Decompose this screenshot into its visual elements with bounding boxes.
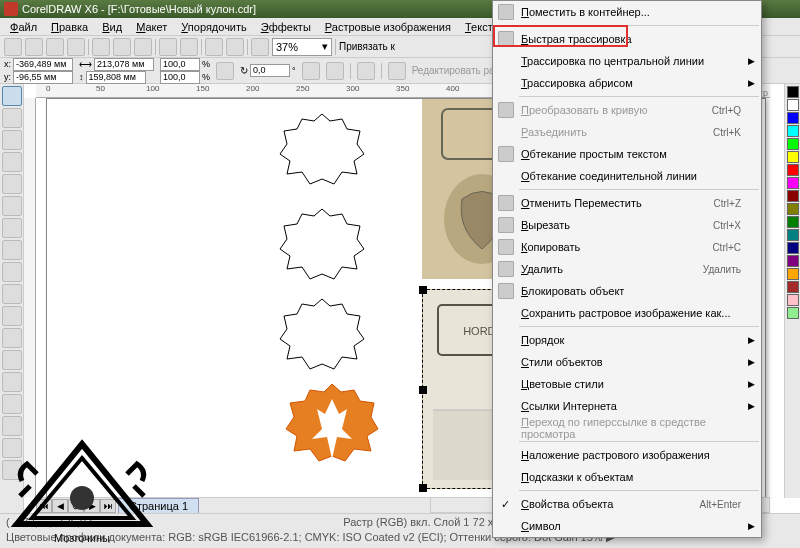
menu-item[interactable]: ВырезатьCtrl+X bbox=[493, 214, 761, 236]
app-icon bbox=[4, 2, 18, 16]
crest-outline-3[interactable] bbox=[272, 294, 372, 379]
shape-tool[interactable] bbox=[2, 108, 22, 128]
menu-item[interactable]: Блокировать объект bbox=[493, 280, 761, 302]
h-input[interactable]: 159,808 мм bbox=[86, 71, 146, 84]
color-swatch[interactable] bbox=[787, 86, 799, 98]
color-swatch[interactable] bbox=[787, 99, 799, 111]
color-swatch[interactable] bbox=[787, 138, 799, 150]
mirror-v-button[interactable] bbox=[326, 62, 344, 80]
menu-item[interactable]: КопироватьCtrl+C bbox=[493, 236, 761, 258]
import-button[interactable] bbox=[205, 38, 223, 56]
menu-item[interactable]: Быстрая трассировка bbox=[493, 28, 761, 50]
menu-item[interactable]: УдалитьУдалить bbox=[493, 258, 761, 280]
color-swatch[interactable] bbox=[787, 125, 799, 137]
outline-tool[interactable] bbox=[2, 416, 22, 436]
menu-упорядочить[interactable]: Упорядочить bbox=[175, 19, 252, 35]
color-swatch[interactable] bbox=[787, 151, 799, 163]
zoom-combo[interactable]: 37%▾ bbox=[272, 38, 332, 56]
text-tool[interactable] bbox=[2, 284, 22, 304]
color-swatch[interactable] bbox=[787, 268, 799, 280]
table-tool[interactable] bbox=[2, 306, 22, 326]
eyedropper-tool[interactable] bbox=[2, 394, 22, 414]
ellipse-tool[interactable] bbox=[2, 240, 22, 260]
menu-icon bbox=[498, 195, 514, 211]
menu-item[interactable]: Символ▶ bbox=[493, 515, 761, 537]
rectangle-tool[interactable] bbox=[2, 218, 22, 238]
menu-label: Отменить Переместить bbox=[521, 197, 642, 209]
menu-item[interactable]: Трассировка по центральной линии▶ bbox=[493, 50, 761, 72]
smart-fill-tool[interactable] bbox=[2, 196, 22, 216]
menu-файл[interactable]: Файл bbox=[4, 19, 43, 35]
menu-растровые изображения[interactable]: Растровые изображения bbox=[319, 19, 457, 35]
crop-tool[interactable] bbox=[2, 130, 22, 150]
color-swatch[interactable] bbox=[787, 203, 799, 215]
menu-вид[interactable]: Вид bbox=[96, 19, 128, 35]
menu-item[interactable]: ✓Свойства объектаAlt+Enter bbox=[493, 493, 761, 515]
sy-input[interactable]: 100,0 bbox=[160, 71, 200, 84]
color-swatch[interactable] bbox=[787, 281, 799, 293]
menu-label: Вырезать bbox=[521, 219, 570, 231]
new-button[interactable] bbox=[4, 38, 22, 56]
open-button[interactable] bbox=[25, 38, 43, 56]
menu-item[interactable]: Стили объектов▶ bbox=[493, 351, 761, 373]
menu-item[interactable]: Ссылки Интернета▶ bbox=[493, 395, 761, 417]
paste-button[interactable] bbox=[134, 38, 152, 56]
menu-item[interactable]: Отменить ПереместитьCtrl+Z bbox=[493, 192, 761, 214]
color-swatch[interactable] bbox=[787, 307, 799, 319]
color-swatch[interactable] bbox=[787, 164, 799, 176]
x-input[interactable]: -369,489 мм bbox=[13, 58, 73, 71]
color-swatch[interactable] bbox=[787, 229, 799, 241]
menu-правка[interactable]: Правка bbox=[45, 19, 94, 35]
w-input[interactable]: 213,078 мм bbox=[94, 58, 154, 71]
effects-tool[interactable] bbox=[2, 372, 22, 392]
handle-sw[interactable] bbox=[419, 484, 427, 492]
menu-icon bbox=[498, 146, 514, 162]
menu-label: Обтекание соединительной линии bbox=[521, 170, 697, 182]
crop-button[interactable] bbox=[357, 62, 375, 80]
copy-button[interactable] bbox=[113, 38, 131, 56]
menu-item[interactable]: Обтекание простым текстом bbox=[493, 143, 761, 165]
dimension-tool[interactable] bbox=[2, 328, 22, 348]
menu-item[interactable]: Цветовые стили▶ bbox=[493, 373, 761, 395]
color-swatch[interactable] bbox=[787, 112, 799, 124]
mirror-h-button[interactable] bbox=[302, 62, 320, 80]
pick-tool[interactable] bbox=[2, 86, 22, 106]
undo-button[interactable] bbox=[159, 38, 177, 56]
menu-item[interactable]: Подсказки к объектам bbox=[493, 466, 761, 488]
menu-item[interactable]: Обтекание соединительной линии bbox=[493, 165, 761, 187]
publish-button[interactable] bbox=[251, 38, 269, 56]
color-swatch[interactable] bbox=[787, 190, 799, 202]
cut-button[interactable] bbox=[92, 38, 110, 56]
menu-item[interactable]: Трассировка абрисом▶ bbox=[493, 72, 761, 94]
rotation-input[interactable]: 0,0 bbox=[250, 64, 290, 77]
handle-nw[interactable] bbox=[419, 286, 427, 294]
edit-bitmap-icon[interactable] bbox=[388, 62, 406, 80]
handle-w[interactable] bbox=[419, 386, 427, 394]
redo-button[interactable] bbox=[180, 38, 198, 56]
sx-input[interactable]: 100,0 bbox=[160, 58, 200, 71]
color-swatch[interactable] bbox=[787, 242, 799, 254]
print-button[interactable] bbox=[67, 38, 85, 56]
freehand-tool[interactable] bbox=[2, 174, 22, 194]
crest-filled[interactable] bbox=[277, 379, 387, 479]
menu-icon bbox=[498, 31, 514, 47]
crest-outline-1[interactable] bbox=[272, 109, 372, 194]
crest-outline-2[interactable] bbox=[272, 204, 372, 289]
color-swatch[interactable] bbox=[787, 255, 799, 267]
connector-tool[interactable] bbox=[2, 350, 22, 370]
menu-макет[interactable]: Макет bbox=[130, 19, 173, 35]
zoom-tool[interactable] bbox=[2, 152, 22, 172]
polygon-tool[interactable] bbox=[2, 262, 22, 282]
export-button[interactable] bbox=[226, 38, 244, 56]
color-swatch[interactable] bbox=[787, 177, 799, 189]
save-button[interactable] bbox=[46, 38, 64, 56]
lock-ratio-button[interactable] bbox=[216, 62, 234, 80]
menu-item[interactable]: Сохранить растровое изображение как... bbox=[493, 302, 761, 324]
y-input[interactable]: -96,55 мм bbox=[13, 71, 73, 84]
color-swatch[interactable] bbox=[787, 216, 799, 228]
menu-item[interactable]: Поместить в контейнер... bbox=[493, 1, 761, 23]
menu-item[interactable]: Наложение растрового изображения bbox=[493, 444, 761, 466]
menu-item[interactable]: Порядок▶ bbox=[493, 329, 761, 351]
color-swatch[interactable] bbox=[787, 294, 799, 306]
menu-эффекты[interactable]: Эффекты bbox=[255, 19, 317, 35]
